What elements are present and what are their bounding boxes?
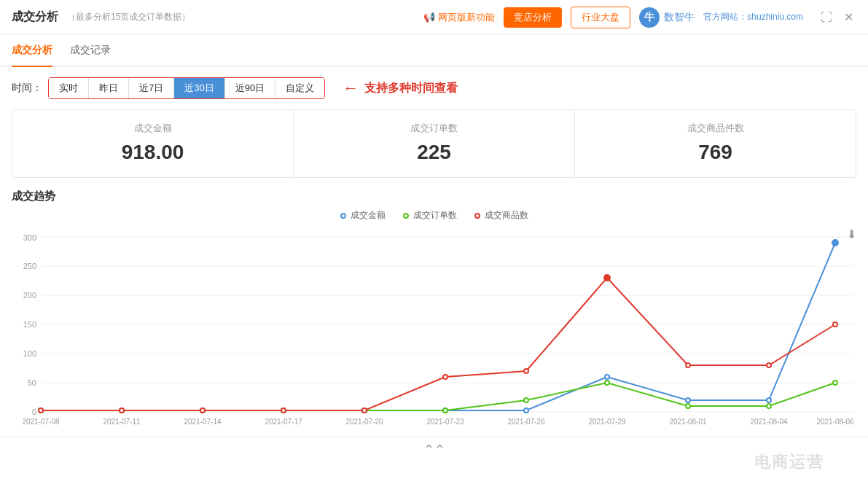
svg-point-56: [767, 363, 771, 367]
svg-point-32: [605, 375, 609, 379]
download-button[interactable]: ⬇: [847, 227, 856, 241]
chart-wrapper: ⬇ 300 250 200 150 100 50 0 2021-07-08 20…: [12, 227, 856, 434]
page-title: 成交分析: [12, 9, 58, 25]
svg-text:2021-08-06: 2021-08-06: [816, 418, 854, 426]
svg-text:250: 250: [23, 262, 36, 270]
svg-point-33: [686, 398, 690, 402]
stat-transaction-products: 成交商品件数 769: [575, 110, 856, 177]
brand-logo: 牛 数智牛: [639, 7, 695, 28]
svg-point-50: [281, 408, 286, 413]
svg-point-41: [443, 408, 447, 413]
chart-section: 成交趋势 成交金额 成交订单数 成交商品数 ⬇ 300 250 200 150 …: [0, 178, 868, 434]
bull-icon: 牛: [639, 7, 660, 28]
legend-orders-label: 成交订单数: [413, 209, 457, 222]
filter-bar: 时间： 实时 昨日 近7日 近30日 近90日 自定义 ← 支持多种时间查看: [0, 67, 868, 109]
svg-text:300: 300: [23, 233, 36, 242]
filter-30days[interactable]: 近30日: [174, 78, 224, 98]
svg-point-52: [443, 375, 447, 379]
svg-text:0: 0: [32, 408, 36, 416]
legend-dot-red: [474, 213, 480, 219]
svg-point-46: [833, 381, 837, 385]
svg-text:2021-07-17: 2021-07-17: [265, 418, 302, 426]
legend-dot-green: [403, 213, 409, 219]
stats-row: 成交金额 918.00 成交订单数 225 成交商品件数 769: [12, 109, 856, 178]
page-subtitle: （最多分析15页成交订单数据）: [67, 11, 190, 23]
tab-transaction-records[interactable]: 成交记录: [70, 35, 111, 67]
filter-custom[interactable]: 自定义: [275, 78, 324, 98]
new-feature-label: 网页版新功能: [438, 11, 495, 24]
svg-text:2021-07-08: 2021-07-08: [22, 418, 60, 426]
stat-amount-value: 918.00: [12, 141, 293, 164]
filter-yesterday[interactable]: 昨日: [89, 78, 129, 98]
filter-realtime[interactable]: 实时: [49, 78, 89, 98]
chart-legend: 成交金额 成交订单数 成交商品数: [12, 209, 856, 222]
legend-orders: 成交订单数: [403, 209, 457, 222]
chart-title: 成交趋势: [12, 190, 856, 203]
svg-text:100: 100: [23, 349, 36, 358]
stat-orders-value: 225: [294, 141, 574, 164]
trend-chart: 300 250 200 150 100 50 0 2021-07-08 2021…: [12, 227, 856, 432]
stat-transaction-orders: 成交订单数 225: [294, 110, 575, 177]
svg-point-44: [686, 404, 690, 408]
svg-text:2021-07-20: 2021-07-20: [345, 418, 383, 426]
svg-point-43: [605, 381, 609, 385]
legend-amount-label: 成交金额: [351, 209, 386, 222]
scroll-up-button[interactable]: ⌃⌃: [423, 442, 445, 458]
close-icon[interactable]: ✕: [841, 9, 856, 26]
svg-point-31: [524, 408, 528, 413]
stat-products-label: 成交商品件数: [575, 122, 856, 135]
svg-point-51: [362, 408, 367, 413]
time-hint: ← 支持多种时间查看: [343, 79, 458, 98]
filter-90days[interactable]: 近90日: [225, 78, 275, 98]
new-feature-banner: 📢 网页版新功能: [423, 11, 495, 24]
svg-point-48: [120, 408, 124, 413]
megaphone-icon: 📢: [423, 12, 435, 23]
time-filter-group: 实时 昨日 近7日 近30日 近90日 自定义: [48, 77, 325, 99]
header: 成交分析 （最多分析15页成交订单数据） 📢 网页版新功能 竞店分析 行业大盘 …: [0, 0, 868, 35]
official-site: 官方网站：shuzhiniu.com: [703, 11, 803, 23]
header-icons: ⛶ ✕: [818, 9, 856, 26]
svg-point-47: [39, 408, 43, 413]
hint-text: 支持多种时间查看: [364, 81, 458, 96]
svg-text:2021-07-14: 2021-07-14: [184, 418, 222, 426]
legend-products-label: 成交商品数: [485, 209, 528, 222]
industry-overview-button[interactable]: 行业大盘: [571, 7, 630, 28]
stat-transaction-amount: 成交金额 918.00: [12, 110, 294, 177]
svg-point-49: [200, 408, 205, 413]
svg-point-35: [832, 240, 838, 246]
expand-icon[interactable]: ⛶: [818, 9, 835, 26]
svg-text:200: 200: [23, 291, 36, 300]
svg-text:2021-08-01: 2021-08-01: [669, 418, 707, 426]
brand-name: 数智牛: [664, 11, 695, 24]
svg-point-45: [767, 404, 771, 408]
stat-orders-label: 成交订单数: [294, 122, 574, 135]
svg-point-57: [833, 322, 837, 327]
legend-dot-blue: [340, 213, 346, 219]
svg-point-42: [524, 398, 528, 402]
svg-text:2021-07-23: 2021-07-23: [426, 418, 464, 426]
svg-text:150: 150: [23, 320, 36, 329]
svg-point-53: [524, 369, 528, 373]
filter-label: 时间：: [12, 82, 42, 95]
compete-analysis-button[interactable]: 竞店分析: [504, 7, 562, 28]
svg-text:2021-07-29: 2021-07-29: [588, 418, 626, 426]
svg-point-55: [686, 363, 690, 367]
legend-products: 成交商品数: [474, 209, 528, 222]
svg-point-34: [767, 398, 771, 402]
arrow-left-icon: ←: [343, 79, 359, 98]
svg-text:2021-07-26: 2021-07-26: [507, 418, 545, 426]
svg-text:50: 50: [28, 378, 36, 387]
svg-text:2021-07-11: 2021-07-11: [103, 418, 141, 426]
tabs: 成交分析 成交记录: [0, 35, 868, 67]
tab-transaction-analysis[interactable]: 成交分析: [12, 35, 52, 67]
stat-products-value: 769: [575, 141, 856, 164]
legend-amount: 成交金额: [340, 209, 386, 222]
svg-point-54: [604, 275, 610, 281]
filter-7days[interactable]: 近7日: [129, 78, 174, 98]
svg-text:2021-08-04: 2021-08-04: [750, 418, 788, 426]
stat-amount-label: 成交金额: [12, 122, 293, 135]
bottom-bar: ⌃⌃: [0, 437, 868, 462]
